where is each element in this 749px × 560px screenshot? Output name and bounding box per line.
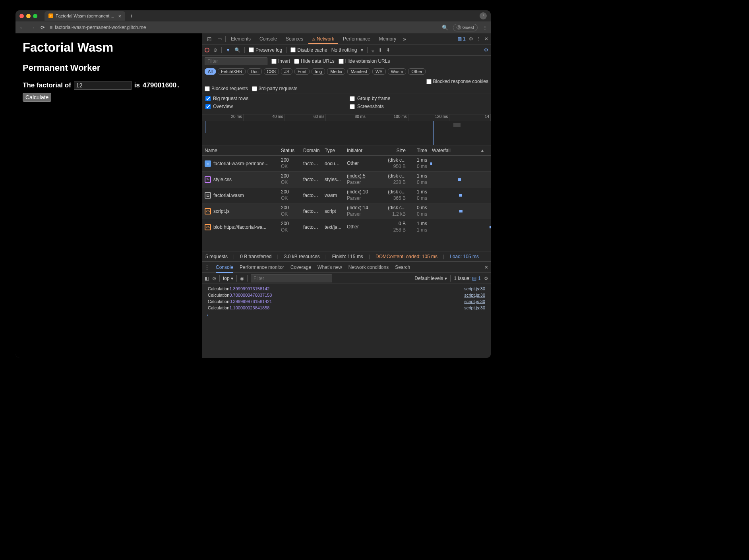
col-name-header[interactable]: Name xyxy=(202,147,279,154)
drawer-tab-whatsnew[interactable]: What's new xyxy=(317,265,342,270)
group-frame-checkbox[interactable]: Group by frame xyxy=(350,96,488,101)
tabs-overflow[interactable]: » xyxy=(401,36,408,42)
hide-data-urls-checkbox[interactable]: Hide data URLs xyxy=(294,58,335,64)
disable-cache-checkbox[interactable]: Disable cache xyxy=(290,47,327,53)
browser-tab[interactable]: f Factorial Wasm (permanent ... × xyxy=(45,11,125,21)
filter-pill-css[interactable]: CSS xyxy=(264,68,279,75)
window-minimize[interactable] xyxy=(26,14,31,18)
preserve-log-checkbox[interactable]: Preserve log xyxy=(249,47,282,53)
tab-memory[interactable]: Memory xyxy=(375,34,400,44)
settings-icon[interactable]: ⚙ xyxy=(469,36,473,42)
search-icon[interactable]: 🔍 xyxy=(234,47,240,53)
more-icon[interactable]: ⋮ xyxy=(476,36,481,42)
table-row[interactable]: <>script.js200OKfactori...script(index):… xyxy=(202,203,491,219)
filter-pill-js[interactable]: JS xyxy=(281,68,292,75)
zoom-icon[interactable]: 🔍 xyxy=(442,25,448,31)
drawer-tab-perfmon[interactable]: Performance monitor xyxy=(240,265,284,270)
window-zoom[interactable] xyxy=(33,14,37,18)
col-type-header[interactable]: Type xyxy=(322,147,345,154)
throttling-chevron-icon[interactable]: ▾ xyxy=(361,47,363,53)
forward-button[interactable]: → xyxy=(29,25,35,31)
network-conditions-icon[interactable]: ⏚ xyxy=(372,47,374,53)
log-source-link[interactable]: script.js:30 xyxy=(464,305,485,310)
screenshots-checkbox[interactable]: Screenshots xyxy=(350,104,488,109)
console-clear-icon[interactable]: ⊘ xyxy=(212,276,216,281)
col-size-header[interactable]: Size xyxy=(383,147,408,154)
hide-extension-urls-checkbox[interactable]: Hide extension URLs xyxy=(339,58,390,64)
url-text[interactable]: factorial-wasm-permanent-worker.glitch.m… xyxy=(55,25,146,30)
drawer-tab-coverage[interactable]: Coverage xyxy=(290,265,311,270)
filter-pill-doc[interactable]: Doc xyxy=(248,68,262,75)
filter-icon[interactable]: ▼ xyxy=(226,47,230,53)
filter-pill-img[interactable]: Img xyxy=(312,68,325,75)
tab-performance[interactable]: Performance xyxy=(339,34,374,44)
filter-pill-all[interactable]: All xyxy=(205,68,216,75)
console-issues-button[interactable]: 1 Issue:▤1 xyxy=(454,276,481,281)
overview-checkbox[interactable]: Overview xyxy=(205,104,343,109)
log-levels-select[interactable]: Default levels ▾ xyxy=(414,276,447,281)
third-party-checkbox[interactable]: 3rd-party requests xyxy=(252,86,297,91)
col-time-header[interactable]: Time xyxy=(408,147,430,154)
clear-icon[interactable]: ⊘ xyxy=(213,47,217,53)
profile-button[interactable]: ⓖ Guest xyxy=(453,24,478,31)
overview-timeline[interactable]: 20 ms40 ms60 ms80 ms100 ms120 ms14 xyxy=(202,114,491,145)
new-tab-button[interactable]: + xyxy=(128,13,135,19)
log-source-link[interactable]: script.js:30 xyxy=(464,299,485,304)
table-row[interactable]: ⬓factorial.wasm200OKfactori...wasm(index… xyxy=(202,187,491,203)
col-waterfall-header[interactable]: Waterfall▲ xyxy=(430,147,491,154)
drawer-tab-console[interactable]: Console xyxy=(216,265,233,270)
issues-button[interactable]: ▤1 xyxy=(457,36,466,42)
calculate-button[interactable]: Calculate xyxy=(23,93,51,102)
filter-pill-other[interactable]: Other xyxy=(408,68,426,75)
col-domain-header[interactable]: Domain xyxy=(301,147,322,154)
drawer-close-icon[interactable]: ✕ xyxy=(484,265,488,270)
col-initiator-header[interactable]: Initiator xyxy=(345,147,383,154)
record-button[interactable] xyxy=(205,48,209,52)
tab-network[interactable]: Network xyxy=(308,34,338,44)
import-icon[interactable]: ⬆ xyxy=(378,47,382,53)
filter-pill-fetchxhr[interactable]: Fetch/XHR xyxy=(218,68,246,75)
table-row[interactable]: ≡factorial-wasm-permane...200OKfactori..… xyxy=(202,156,491,172)
invert-checkbox[interactable]: Invert xyxy=(271,58,290,64)
filter-pill-wasm[interactable]: Wasm xyxy=(388,68,406,75)
menu-icon[interactable]: ⋮ xyxy=(482,25,488,31)
tabs-dropdown[interactable]: ˅ xyxy=(480,12,487,19)
log-source-link[interactable]: script.js:30 xyxy=(464,286,485,291)
reload-button[interactable]: ⟳ xyxy=(39,25,46,31)
drawer-menu-icon[interactable]: ⋮ xyxy=(205,265,209,270)
console-settings-icon[interactable]: ⚙ xyxy=(484,276,488,281)
filter-pill-media[interactable]: Media xyxy=(327,68,345,75)
tab-elements[interactable]: Elements xyxy=(227,34,254,44)
drawer-tab-search[interactable]: Search xyxy=(395,265,410,270)
context-select[interactable]: top ▾ xyxy=(223,276,233,281)
log-source-link[interactable]: script.js:30 xyxy=(464,293,485,297)
network-settings-icon[interactable]: ⚙ xyxy=(484,47,488,53)
console-filter-input[interactable] xyxy=(251,274,332,282)
tab-console[interactable]: Console xyxy=(256,34,281,44)
inspect-icon[interactable]: ◰ xyxy=(205,35,213,43)
col-status-header[interactable]: Status xyxy=(279,147,301,154)
console-sidebar-icon[interactable]: ◧ xyxy=(205,276,209,281)
site-info-icon[interactable]: ≡ xyxy=(50,25,52,30)
blocked-requests-checkbox[interactable]: Blocked requests xyxy=(205,86,248,91)
filter-pill-manifest[interactable]: Manifest xyxy=(347,68,370,75)
close-devtools-icon[interactable]: ✕ xyxy=(484,36,488,42)
export-icon[interactable]: ⬇ xyxy=(386,47,390,53)
console-prompt[interactable]: › xyxy=(202,311,491,319)
tab-sources[interactable]: Sources xyxy=(282,34,307,44)
big-rows-checkbox[interactable]: Big request rows xyxy=(205,96,343,101)
table-row[interactable]: <>blob:https://factorial-wa...200OKfacto… xyxy=(202,219,491,235)
drawer-tab-netcond[interactable]: Network conditions xyxy=(348,265,389,270)
network-filter-input[interactable] xyxy=(205,57,267,65)
live-expr-icon[interactable]: ◉ xyxy=(240,276,244,281)
factorial-input[interactable] xyxy=(74,81,132,90)
throttling-select[interactable]: No throttling xyxy=(331,47,357,53)
blocked-cookies-checkbox[interactable]: Blocked response cookies xyxy=(426,79,488,84)
device-icon[interactable]: ▭ xyxy=(215,35,224,43)
window-close[interactable] xyxy=(19,14,24,18)
filter-pill-ws[interactable]: WS xyxy=(372,68,386,75)
filter-pill-font[interactable]: Font xyxy=(294,68,310,75)
table-row[interactable]: ✎style.css200OKfactori...styles...(index… xyxy=(202,172,491,187)
tab-close-icon[interactable]: × xyxy=(118,13,122,19)
back-button[interactable]: ← xyxy=(19,25,25,31)
